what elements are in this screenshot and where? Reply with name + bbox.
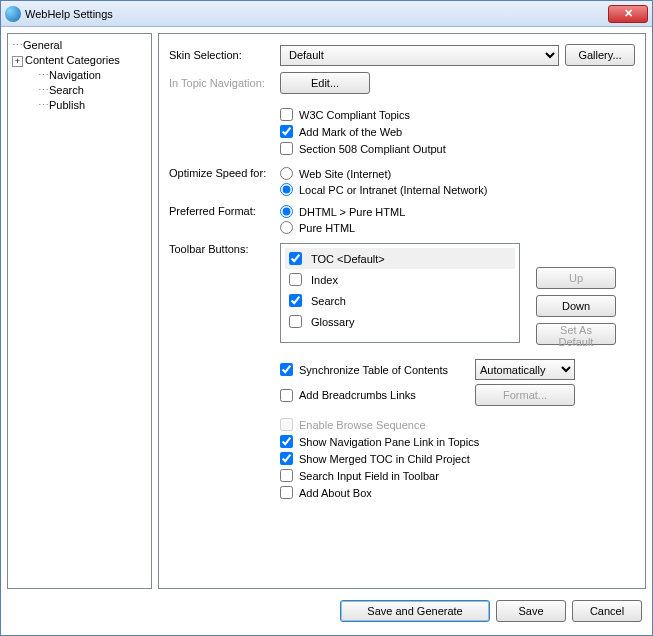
body: General +Content Categories Navigation S… [1,27,652,595]
nav-tree: General +Content Categories Navigation S… [7,33,152,589]
list-item-toc[interactable]: TOC <Default> [285,248,515,269]
radio-pure[interactable]: Pure HTML [280,221,405,234]
window: WebHelp Settings ✕ General +Content Cate… [0,0,653,636]
content-panel: Skin Selection: Default Gallery... In To… [158,33,646,589]
label-optimize: Optimize Speed for: [169,167,274,179]
gallery-button[interactable]: Gallery... [565,44,635,66]
expand-icon[interactable]: + [12,56,23,67]
check-w3c[interactable]: W3C Compliant Topics [280,108,635,121]
cancel-button[interactable]: Cancel [572,600,642,622]
sync-mode-select[interactable]: Automatically [475,359,575,380]
app-icon [5,6,21,22]
label-intopic: In Topic Navigation: [169,77,274,89]
check-breadcrumbs[interactable]: Add Breadcrumbs Links Format... [280,384,635,406]
window-title: WebHelp Settings [25,8,608,20]
titlebar: WebHelp Settings ✕ [1,1,652,27]
list-item-search[interactable]: Search [285,290,515,311]
check-browse-seq: Enable Browse Sequence [280,418,635,431]
list-item-index[interactable]: Index [285,269,515,290]
label-skin: Skin Selection: [169,49,274,61]
down-button[interactable]: Down [536,295,616,317]
tree-item-navigation[interactable]: Navigation [10,68,149,83]
check-motw[interactable]: Add Mark of the Web [280,125,635,138]
label-preferred: Preferred Format: [169,205,274,217]
tree-item-general[interactable]: General [10,38,149,53]
tree-item-content-categories[interactable]: +Content Categories [10,53,149,68]
radio-dhtml[interactable]: DHTML > Pure HTML [280,205,405,218]
list-item-glossary[interactable]: Glossary [285,311,515,332]
check-508[interactable]: Section 508 Compliant Output [280,142,635,155]
close-button[interactable]: ✕ [608,5,648,23]
skin-select[interactable]: Default [280,45,559,66]
set-default-button[interactable]: Set As Default [536,323,616,345]
check-search-input[interactable]: Search Input Field in Toolbar [280,469,635,482]
radio-web[interactable]: Web Site (Internet) [280,167,487,180]
check-merged-toc[interactable]: Show Merged TOC in Child Project [280,452,635,465]
edit-button[interactable]: Edit... [280,72,370,94]
save-button[interactable]: Save [496,600,566,622]
label-toolbar: Toolbar Buttons: [169,243,274,255]
check-about-box[interactable]: Add About Box [280,486,635,499]
tree-item-publish[interactable]: Publish [10,98,149,113]
up-button[interactable]: Up [536,267,616,289]
toolbar-listbox[interactable]: TOC <Default> Index Search Glossary [280,243,520,343]
tree-item-search[interactable]: Search [10,83,149,98]
radio-local[interactable]: Local PC or Intranet (Internal Network) [280,183,487,196]
format-button[interactable]: Format... [475,384,575,406]
check-navpane[interactable]: Show Navigation Pane Link in Topics [280,435,635,448]
footer: Save and Generate Save Cancel [1,595,652,635]
save-generate-button[interactable]: Save and Generate [340,600,490,622]
check-sync[interactable]: Synchronize Table of Contents Automatica… [280,359,635,380]
